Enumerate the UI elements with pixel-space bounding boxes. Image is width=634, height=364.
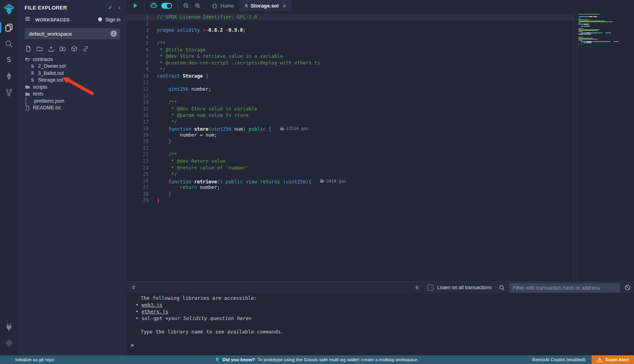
code-line-24: 24 * @return value of 'number' [127,165,574,172]
zoom-in-icon[interactable] [195,3,201,9]
line-number: 19 [127,132,149,139]
code-line-19: 19 number = num; [127,132,574,139]
solidity-compiler-icon[interactable]: S [0,52,18,68]
collapse-terminal-icon[interactable] [131,285,136,290]
remix-ide-window: S FILE EXPLORER ✓ › WORKSPACES Sign in d… [0,0,634,364]
file-explorer-icon[interactable] [0,19,18,36]
tree-item-2-owner-sol[interactable]: S2_Owner.sol [18,63,127,70]
lightbulb-icon [215,357,220,362]
code-line-12: 12 uint256 number; [127,86,574,93]
deploy-run-icon[interactable] [0,68,18,84]
solidity-file-icon: S [30,71,35,76]
git-icon[interactable] [0,84,18,101]
terminal-line: Type the library name to see available c… [127,328,634,335]
upload-file-icon[interactable] [48,45,55,52]
tree-item-contracts[interactable]: contracts [18,56,127,63]
svg-text:S: S [6,56,11,64]
run-script-button[interactable] [127,0,144,11]
code-line-6: 6 * @title Storage [127,47,574,53]
upload-folder-icon[interactable] [59,45,66,52]
line-number: 18 [127,125,149,132]
line-number: 13 [127,93,149,99]
line-number: 10 [127,73,149,80]
tree-item--prettierrc-json[interactable]: { }.prettierrc.json [18,97,127,105]
listen-all-transactions-label[interactable]: Listen on all transactions [437,285,492,290]
status-bar: Initialize as git repo Did you know? To … [0,355,634,364]
tree-item-tests[interactable]: tests [18,91,127,98]
ai-copilot-robot-icon[interactable] [150,2,158,9]
line-number: 27 [127,184,149,191]
workspace-name: default_workspace [29,31,111,37]
transaction-filter-input[interactable] [509,283,620,293]
panel-title: FILE EXPLORER [25,5,108,11]
line-number: 20 [127,138,149,145]
minimap[interactable] [579,14,634,281]
line-number: 26 [127,178,149,185]
listen-all-transactions-checkbox[interactable] [427,284,433,291]
workspaces-row: WORKSPACES Sign in [25,16,120,23]
tree-item-readme-txt[interactable]: README.txt [18,105,127,112]
line-number: 17 [127,119,149,126]
line-number: 5 [127,40,149,47]
code-line-22: 22 /** [127,151,574,158]
tab-home[interactable]: Home [206,0,240,11]
new-file-icon[interactable] [25,45,32,52]
chevron-right-icon[interactable]: › [118,5,120,10]
plugin-manager-icon[interactable] [0,319,18,335]
new-folder-icon[interactable] [36,45,43,52]
line-number: 28 [127,191,149,198]
line-number: 15 [127,106,149,112]
line-number: 7 [127,53,149,60]
web3.js-link[interactable]: web3.js [141,302,162,308]
code-line-13: 13 [127,93,574,99]
tab-storage-sol[interactable]: S Storage.sol × [240,0,291,11]
editor-scrollbar[interactable] [573,11,579,281]
terminal-search-icon[interactable] [499,285,505,291]
code-line-10: 10contract Storage { [127,73,574,80]
code-editor[interactable]: 1// SPDX-License-Identifier: GPL-3.023pr… [127,11,634,281]
publish-workspace-icon[interactable] [71,45,78,52]
code-line-1: 1// SPDX-License-Identifier: GPL-3.0 [127,14,574,21]
init-git-repo-button[interactable]: Initialize as git repo [0,357,54,362]
terminal-line: The following libraries are accessible: [127,295,634,301]
link-workspace-icon[interactable] [82,45,89,52]
tab-close-icon[interactable]: × [283,2,286,9]
file-explorer-panel: FILE EXPLORER ✓ › WORKSPACES Sign in def… [18,0,127,355]
terminal-output: The following libraries are accessible:•… [127,293,634,355]
tree-item-label: scripts [33,84,47,90]
code-line-18: 18 function store(uint256 num) public {2… [127,125,574,132]
line-number: 23 [127,158,149,165]
terminal-blank-line [127,322,634,328]
scam-alert-label: Scam Alert [605,357,629,362]
sign-in-button[interactable]: Sign in [97,17,120,23]
tree-item-scripts[interactable]: scripts [18,84,127,91]
tab-label: Storage.sol [251,3,279,9]
tree-item-3-ballot-sol[interactable]: S3_Ballot.sol [18,70,127,77]
hamburger-menu-icon[interactable] [25,16,31,23]
activity-bar: S [0,0,18,355]
github-icon [97,17,103,23]
code-line-21: 21 [127,145,574,152]
line-number: 2 [127,21,149,27]
ai-copilot-toggle[interactable] [161,3,172,9]
scam-alert-button[interactable]: Scam Alert [592,355,634,364]
remix-ai-controls [145,0,177,11]
play-icon [133,3,138,8]
code-line-14: 14 /** [127,99,574,106]
code-line-25: 25 */ [127,171,574,178]
search-icon[interactable] [0,36,18,52]
copilot-status[interactable]: RemixAI Copilot (enabled) [532,357,585,362]
zoom-out-icon[interactable] [183,3,189,9]
clear-filter-icon[interactable] [624,284,631,291]
gas-estimate-badge: 2410 gas [320,178,346,185]
tree-item-storage-sol[interactable]: SStorage.sol [18,77,127,84]
code-line-7: 7 * @dev Store & retrieve value in a var… [127,53,574,60]
ethers.js-link[interactable]: ethers.js [141,309,168,314]
settings-icon[interactable] [0,335,18,351]
line-number: 3 [127,27,149,34]
workspace-select[interactable]: default_workspace [25,28,120,39]
terminal-prompt[interactable]: > [127,342,634,349]
code-line-4: 4 [127,34,574,40]
line-number: 21 [127,145,149,152]
home-icon [212,3,218,9]
